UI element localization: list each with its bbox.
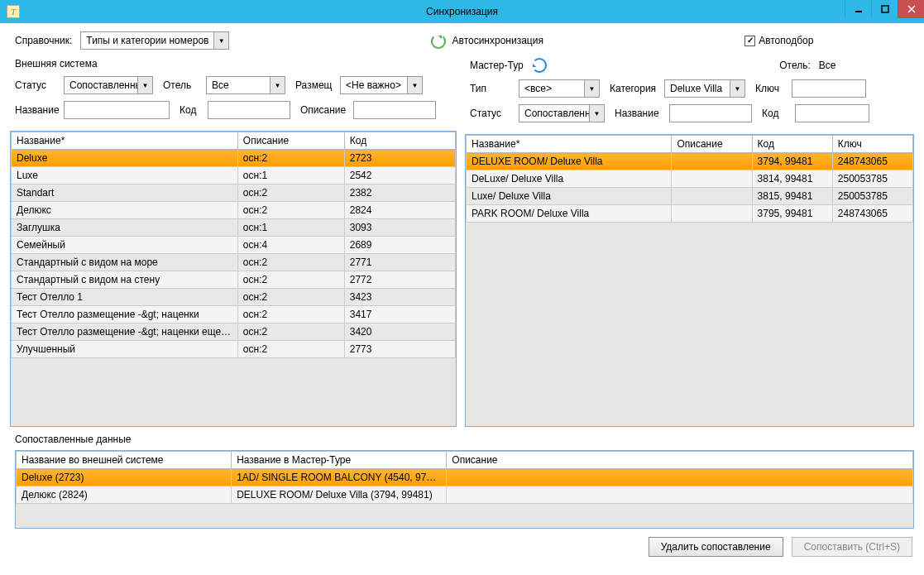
- col-mt[interactable]: Название в Мастер-Туре: [232, 452, 447, 469]
- autosync-link[interactable]: Автосинхронизация: [452, 35, 543, 46]
- status-label: Статус: [15, 79, 60, 91]
- cell: Стандартный с видом на море: [12, 254, 238, 271]
- cell: Deluxe (2723): [17, 469, 232, 486]
- col-desc[interactable]: Описание: [237, 132, 344, 150]
- cell: Улучшенный: [12, 341, 238, 358]
- table-row[interactable]: Тест Отелло размещение -&gt; наценки еще…: [12, 323, 456, 341]
- cell: 2723: [344, 150, 455, 167]
- cell: осн:2: [237, 150, 344, 167]
- cell: 2771: [344, 254, 455, 271]
- name-input-right[interactable]: [669, 104, 752, 122]
- name-filter-label: Название: [15, 104, 60, 116]
- cell: 250053785: [832, 188, 912, 205]
- col-name[interactable]: Название*: [12, 132, 238, 150]
- top-toolbar: Справочник: Типы и категории номеров ▼ А…: [0, 23, 924, 55]
- col-code[interactable]: Код: [344, 132, 455, 150]
- desc-input[interactable]: [353, 101, 436, 119]
- external-panel-title: Внешняя система: [15, 58, 98, 69]
- chevron-down-icon: ▼: [137, 77, 152, 93]
- table-row[interactable]: Тест Отелло 1осн:23423: [12, 289, 456, 306]
- col-desc[interactable]: Описание: [447, 452, 913, 469]
- cell: DeLuxe/ Deluxe Villa: [467, 170, 672, 188]
- match-button[interactable]: Сопоставить (Ctrl+S): [792, 537, 912, 557]
- close-button[interactable]: [898, 0, 924, 18]
- table-row[interactable]: Стандартный с видом на стенуосн:22772: [12, 271, 456, 289]
- col-name[interactable]: Название*: [467, 136, 672, 153]
- col-desc[interactable]: Описание: [672, 136, 752, 153]
- app-icon: T: [7, 5, 20, 18]
- status-combo-right[interactable]: Сопоставленнь▼: [519, 104, 605, 122]
- placement-label: Размещ: [295, 79, 337, 91]
- table-row[interactable]: DELUXE ROOM/ Deluxe Villa3794, 994812487…: [467, 153, 913, 170]
- table-row[interactable]: Улучшенныйосн:22773: [12, 341, 456, 358]
- code-filter-label-right: Код: [762, 108, 792, 119]
- refresh-icon[interactable]: [532, 58, 547, 73]
- cell: осн:2: [237, 271, 344, 289]
- cell: [672, 188, 752, 205]
- cell: [447, 486, 913, 504]
- cell: [447, 469, 913, 486]
- maximize-button[interactable]: [871, 0, 898, 18]
- cell: [672, 170, 752, 188]
- type-combo[interactable]: <все>▼: [519, 79, 600, 98]
- cell: осн:2: [237, 306, 344, 323]
- cell: 2772: [344, 271, 455, 289]
- desc-filter-label: Описание: [300, 104, 350, 116]
- chevron-down-icon: ▼: [589, 105, 604, 122]
- master-hotel-value: Все: [819, 60, 836, 71]
- name-input[interactable]: [64, 101, 170, 119]
- master-panel: Мастер-Тур Отель: Все Тип <все>▼ Категор…: [465, 55, 914, 427]
- autopick-checkbox[interactable]: Автоподбор: [744, 35, 813, 46]
- cell: Luxe: [12, 167, 238, 184]
- external-panel: Внешняя система Статус Сопоставленнь▼ От…: [10, 55, 457, 427]
- titlebar: T Синхронизация: [0, 0, 924, 23]
- svg-rect-1: [882, 6, 888, 12]
- minimize-button[interactable]: [845, 0, 871, 18]
- table-row[interactable]: Deluxeосн:22723: [12, 150, 456, 167]
- table-row[interactable]: Заглушкаосн:13093: [12, 219, 456, 237]
- table-row[interactable]: Делюксосн:22824: [12, 202, 456, 219]
- col-ext[interactable]: Название во внешней системе: [17, 452, 232, 469]
- code-input[interactable]: [208, 101, 290, 119]
- delete-mapping-button[interactable]: Удалить сопоставление: [649, 537, 783, 557]
- table-row[interactable]: Luxeосн:12542: [12, 167, 456, 184]
- autopick-label: Автоподбор: [759, 35, 813, 46]
- external-table[interactable]: Название* Описание Код Deluxeосн:22723Lu…: [10, 131, 457, 427]
- cell: 2382: [344, 184, 455, 202]
- chevron-down-icon: ▼: [730, 80, 744, 97]
- code-input-right[interactable]: [795, 104, 869, 122]
- main-content: Внешняя система Статус Сопоставленнь▼ От…: [0, 55, 924, 427]
- table-row[interactable]: Standartосн:22382: [12, 184, 456, 202]
- master-table[interactable]: Название* Описание Код Ключ DELUXE ROOM/…: [465, 134, 914, 427]
- col-code[interactable]: Код: [752, 136, 832, 153]
- cell: 3815, 99481: [752, 188, 832, 205]
- cell: Тест Отелло размещение -&gt; наценки: [12, 306, 238, 323]
- checkbox-icon: [744, 36, 755, 46]
- key-input[interactable]: [792, 79, 866, 98]
- status-combo[interactable]: Сопоставленнь▼: [64, 76, 153, 94]
- table-row[interactable]: Стандартный с видом на мореосн:22771: [12, 254, 456, 271]
- table-row[interactable]: DeLuxe/ Deluxe Villa3814, 99481250053785: [467, 170, 913, 188]
- table-row[interactable]: Семейныйосн:42689: [12, 237, 456, 254]
- cell: DELUXE ROOM/ Deluxe Villa (3794, 99481): [232, 486, 447, 504]
- cell: 248743065: [832, 205, 912, 223]
- cell: DELUXE ROOM/ Deluxe Villa: [467, 153, 672, 170]
- category-combo[interactable]: Deluxe Villa▼: [664, 79, 745, 98]
- sync-icon: [431, 34, 444, 47]
- cell: 3420: [344, 323, 455, 341]
- mapped-table[interactable]: Название во внешней системе Название в М…: [15, 450, 914, 529]
- reference-combo[interactable]: Типы и категории номеров ▼: [80, 31, 229, 50]
- type-label: Тип: [470, 83, 515, 94]
- table-row[interactable]: PARK ROOM/ Deluxe Villa3795, 99481248743…: [467, 205, 913, 223]
- chevron-down-icon: ▼: [407, 77, 422, 93]
- cell: осн:1: [237, 219, 344, 237]
- cell: Тест Отелло 1: [12, 289, 238, 306]
- col-key[interactable]: Ключ: [832, 136, 912, 153]
- table-row[interactable]: Luxe/ Deluxe Villa3815, 99481250053785: [467, 188, 913, 205]
- hotel-combo[interactable]: Все▼: [206, 76, 285, 94]
- table-row[interactable]: Делюкс (2824)DELUXE ROOM/ Deluxe Villa (…: [17, 486, 913, 504]
- table-row[interactable]: Тест Отелло размещение -&gt; наценкиосн:…: [12, 306, 456, 323]
- cell: 3814, 99481: [752, 170, 832, 188]
- table-row[interactable]: Deluxe (2723)1AD/ SINGLE ROOM BALCONY (4…: [17, 469, 913, 486]
- placement-combo[interactable]: <Не важно>▼: [340, 76, 423, 94]
